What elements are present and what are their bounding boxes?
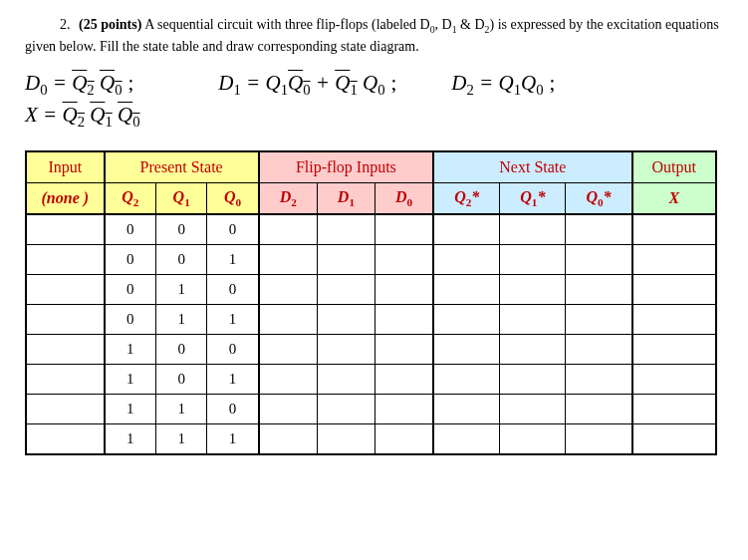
question-number: 2.	[60, 15, 71, 35]
cell-d2	[259, 305, 318, 335]
subheader-q1: Q1	[156, 183, 207, 215]
subheader-d0: D0	[374, 183, 433, 215]
cell-d2	[259, 365, 318, 395]
cell-q1s	[500, 395, 566, 424]
cell-q1s	[500, 275, 566, 305]
cell-d0	[374, 365, 433, 395]
cell-q2s	[433, 365, 500, 395]
subheader-d1: D1	[317, 183, 374, 215]
cell-q2: 0	[105, 275, 156, 305]
cell-q1s	[500, 305, 566, 335]
cell-d1	[317, 214, 374, 245]
table-row: 111	[26, 424, 716, 455]
cell-q2s	[433, 424, 500, 455]
cell-input	[26, 424, 105, 455]
cell-q1: 1	[156, 395, 207, 424]
cell-x	[632, 245, 716, 275]
table-row: 000	[26, 214, 716, 245]
cell-input	[26, 395, 105, 424]
header-output: Output	[632, 151, 716, 183]
question-header: 2. (25 points) A sequential circuit with…	[25, 15, 723, 56]
cell-q2s	[433, 245, 500, 275]
cell-q2s	[433, 214, 500, 245]
equation-d1: D1 = Q1Q0 + Q1 Q0;	[218, 71, 396, 99]
subheader-q2: Q2	[105, 183, 156, 215]
cell-q0: 0	[207, 214, 259, 245]
cell-d0	[374, 275, 433, 305]
header-next-state: Next State	[433, 151, 631, 183]
cell-q1s	[500, 424, 566, 455]
cell-d2	[259, 245, 318, 275]
subheader-q0star: Q0*	[566, 183, 632, 215]
cell-q0s	[566, 275, 632, 305]
cell-q0: 1	[207, 424, 259, 455]
cell-q0s	[566, 424, 632, 455]
cell-d0	[374, 395, 433, 424]
cell-q1: 0	[156, 365, 207, 395]
cell-q1: 0	[156, 335, 207, 365]
cell-q0: 1	[207, 365, 259, 395]
cell-input	[26, 214, 105, 245]
cell-q1: 1	[156, 305, 207, 335]
cell-d0	[374, 245, 433, 275]
cell-q0: 0	[207, 275, 259, 305]
cell-q0s	[566, 395, 632, 424]
cell-input	[26, 275, 105, 305]
cell-q1s	[500, 245, 566, 275]
header-input: Input	[26, 151, 105, 183]
header-present-state: Present State	[105, 151, 259, 183]
table-row: 011	[26, 305, 716, 335]
header-flip-flop-inputs: Flip-flop Inputs	[259, 151, 434, 183]
subheader-q1star: Q1*	[500, 183, 566, 215]
cell-d1	[317, 245, 374, 275]
cell-q2s	[433, 395, 500, 424]
equations-row-1: D0 = Q2 Q0; D1 = Q1Q0 + Q1 Q0; D2 = Q1Q0…	[25, 71, 723, 99]
cell-d1	[317, 335, 374, 365]
cell-input	[26, 245, 105, 275]
cell-q0s	[566, 305, 632, 335]
table-sub-header-row: (none ) Q2 Q1 Q0 D2 D1 D0 Q2* Q1* Q0* X	[26, 183, 716, 215]
cell-q1s	[500, 365, 566, 395]
table-row: 101	[26, 365, 716, 395]
cell-d1	[317, 424, 374, 455]
table-row: 110	[26, 395, 716, 424]
cell-q2s	[433, 335, 500, 365]
cell-input	[26, 305, 105, 335]
cell-d2	[259, 335, 318, 365]
cell-q2: 0	[105, 245, 156, 275]
cell-q2: 1	[105, 424, 156, 455]
cell-d2	[259, 424, 318, 455]
cell-x	[632, 275, 716, 305]
equation-x: X = Q2 Q1 Q0	[25, 103, 723, 131]
subheader-x: X	[632, 183, 716, 215]
table-row: 010	[26, 275, 716, 305]
question-text-1: A sequential circuit with three flip-flo…	[144, 17, 430, 32]
cell-q2: 0	[105, 305, 156, 335]
cell-x	[632, 214, 716, 245]
subheader-q2star: Q2*	[433, 183, 500, 215]
subheader-none: (none )	[26, 183, 105, 215]
cell-q1: 1	[156, 424, 207, 455]
cell-q0s	[566, 335, 632, 365]
cell-q0: 1	[207, 305, 259, 335]
cell-input	[26, 365, 105, 395]
cell-q2s	[433, 275, 500, 305]
cell-x	[632, 335, 716, 365]
cell-x	[632, 365, 716, 395]
cell-d1	[317, 395, 374, 424]
subheader-q0: Q0	[207, 183, 259, 215]
cell-d2	[259, 395, 318, 424]
cell-input	[26, 335, 105, 365]
cell-d2	[259, 275, 318, 305]
cell-d0	[374, 424, 433, 455]
cell-q2: 1	[105, 395, 156, 424]
cell-q1: 0	[156, 214, 207, 245]
state-table: Input Present State Flip-flop Inputs Nex…	[25, 150, 717, 455]
cell-x	[632, 305, 716, 335]
cell-q0: 0	[207, 335, 259, 365]
cell-x	[632, 395, 716, 424]
cell-q0: 1	[207, 245, 259, 275]
cell-x	[632, 424, 716, 455]
cell-q0: 0	[207, 395, 259, 424]
cell-d0	[374, 335, 433, 365]
